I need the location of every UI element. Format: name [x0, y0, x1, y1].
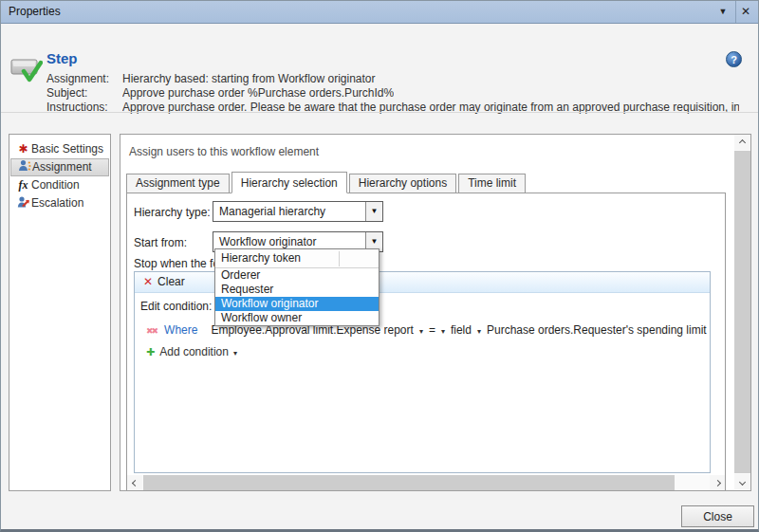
header: Step Assignment:Hierarchy based: startin…: [1, 24, 758, 112]
header-row-subject: Subject:Approve purchase order %Purchase…: [46, 86, 749, 101]
close-button[interactable]: Close: [681, 505, 754, 527]
sidebar-item-condition[interactable]: fxCondition: [10, 176, 109, 194]
hierarchy-type-value: Managerial hierarchy: [219, 202, 325, 221]
sidebar: ✱Basic Settings Assignment fxCondition E…: [9, 134, 111, 491]
sidebar-item-label: Basic Settings: [31, 142, 103, 156]
condition-operator[interactable]: =: [429, 323, 435, 337]
scroll-down-button[interactable]: [734, 474, 750, 489]
header-row-assignment: Assignment:Hierarchy based: starting fro…: [46, 72, 749, 86]
start-from-label: Start from:: [134, 236, 187, 249]
scroll-right-button[interactable]: [710, 475, 725, 490]
vertical-scrollbar[interactable]: [734, 135, 750, 489]
titlebar: Properties ▼ ✕: [1, 1, 758, 24]
combo-arrow-icon[interactable]: ▼: [365, 202, 382, 221]
step-icon: [10, 56, 43, 84]
subject-value: Approve purchase order %Purchase orders.…: [122, 86, 394, 100]
dropdown-arrow-icon[interactable]: ▾: [419, 327, 423, 336]
dropdown-arrow-icon: ▾: [233, 349, 237, 358]
column-divider: [339, 251, 340, 266]
sidebar-item-escalation[interactable]: Escalation: [10, 194, 109, 212]
assignment-label: Assignment:: [46, 72, 122, 85]
hierarchy-type-label: Hierarchy type:: [134, 206, 211, 219]
dropdown-arrow-icon[interactable]: ▾: [477, 327, 481, 336]
scroll-left-button[interactable]: [127, 475, 142, 490]
window-close-icon[interactable]: ✕: [736, 1, 755, 23]
section-title: Assign users to this workflow element: [129, 145, 319, 158]
fx-icon: fx: [15, 176, 31, 193]
chevron-left-icon: [131, 480, 138, 486]
subject-label: Subject:: [46, 86, 122, 100]
where-link[interactable]: Where: [164, 323, 197, 337]
add-condition-button[interactable]: ✚Add condition▾: [146, 345, 237, 358]
dropdown-item-workflow-owner[interactable]: Workflow owner: [215, 311, 379, 325]
condition-rhs[interactable]: Purchase orders.Requester's spending lim…: [487, 323, 707, 337]
chevron-down-icon: [739, 479, 746, 486]
help-icon[interactable]: ?: [726, 51, 742, 67]
add-condition-label: Add condition: [159, 345, 229, 358]
step-title: Step: [46, 50, 78, 66]
dropdown-item-requester[interactable]: Requester: [215, 283, 379, 297]
sidebar-item-label: Assignment: [32, 160, 92, 174]
tab-hierarchy-selection[interactable]: Hierarchy selection: [231, 172, 347, 193]
tab-hierarchy-options[interactable]: Hierarchy options: [349, 174, 456, 193]
assignment-value: Hierarchy based: starting from Workflow …: [122, 72, 376, 85]
header-separator: [1, 112, 758, 113]
person-arrow-icon: [15, 194, 31, 211]
dropdown-item-orderer[interactable]: Orderer: [215, 268, 379, 283]
add-plus-icon: ✚: [146, 346, 155, 358]
vertical-scrollbar-thumb[interactable]: [734, 151, 750, 473]
horizontal-scrollbar-thumb[interactable]: [143, 475, 675, 490]
clear-button[interactable]: Clear: [157, 275, 185, 288]
condition-value-type[interactable]: field: [451, 323, 472, 337]
sidebar-item-label: Escalation: [31, 196, 83, 210]
dropdown-arrow-icon[interactable]: ▾: [441, 327, 445, 336]
hierarchy-type-combobox[interactable]: Managerial hierarchy ▼: [213, 201, 383, 222]
clear-x-icon: ✕: [143, 275, 153, 288]
dropdown-item-workflow-originator[interactable]: Workflow originator: [215, 297, 379, 311]
window-menu-arrow-icon[interactable]: ▼: [713, 1, 732, 23]
remove-condition-icon[interactable]: ✖✖: [146, 326, 157, 336]
dropdown-column-header: Hierarchy token: [215, 249, 379, 268]
tab-page-hierarchy-selection: Hierarchy type: Managerial hierarchy ▼ S…: [126, 193, 726, 490]
horizontal-scrollbar[interactable]: [127, 475, 725, 490]
start-from-dropdown-list: Hierarchy token Orderer Requester Workfl…: [214, 248, 380, 326]
scroll-up-button[interactable]: [734, 135, 750, 150]
tab-time-limit[interactable]: Time limit: [458, 174, 526, 193]
person-icon: [16, 159, 32, 174]
chevron-up-icon: [739, 139, 746, 146]
sidebar-item-basic-settings[interactable]: ✱Basic Settings: [10, 140, 109, 158]
asterisk-icon: ✱: [15, 140, 31, 157]
properties-dialog: Properties ▼ ✕ Step Assignment:Hierarchy…: [0, 0, 759, 532]
edit-condition-label: Edit condition:: [140, 300, 212, 313]
tab-assignment-type[interactable]: Assignment type: [126, 174, 230, 193]
window-title: Properties: [9, 1, 61, 23]
sidebar-item-assignment[interactable]: Assignment: [10, 158, 109, 176]
tab-strip: Assignment type Hierarchy selection Hier…: [126, 172, 528, 193]
sidebar-item-label: Condition: [31, 178, 80, 192]
chevron-right-icon: [713, 480, 720, 486]
